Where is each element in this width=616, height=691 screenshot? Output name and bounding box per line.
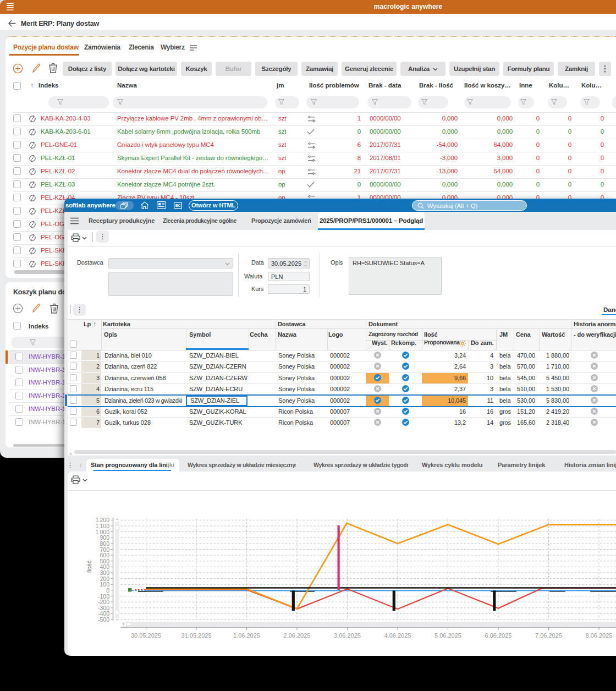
svg-text:BC: BC: [175, 204, 181, 207]
